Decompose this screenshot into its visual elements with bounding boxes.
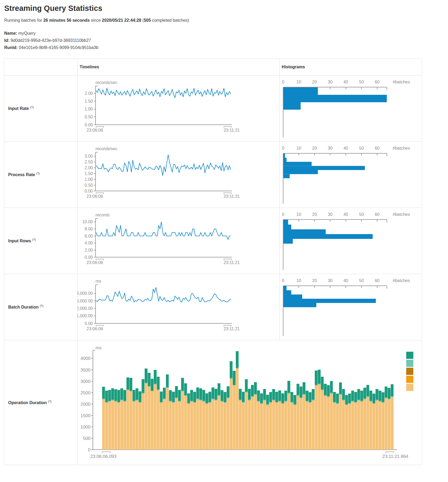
input-rows-timeline-cell: records10.008.006.004.002.000.0023:06:06… xyxy=(78,208,280,274)
svg-text:0.50: 0.50 xyxy=(85,183,93,188)
svg-text:3500: 3500 xyxy=(80,367,90,372)
query-runid-label: RunId: xyxy=(4,45,18,50)
svg-text:2.00: 2.00 xyxy=(85,91,93,96)
svg-text:1.00: 1.00 xyxy=(85,177,93,182)
help-icon[interactable]: (?) xyxy=(40,304,43,307)
summary-suffix: completed batches) xyxy=(151,18,189,23)
input-rate-timeline-chart: records/sec2.001.501.000.500.0023:06:062… xyxy=(78,75,279,141)
batch-duration-timeline-cell: ms4,000.003,000.002,000.001,000.000.0023… xyxy=(78,274,280,340)
svg-text:40: 40 xyxy=(343,212,348,217)
svg-text:50: 50 xyxy=(359,80,364,84)
batch-duration-histogram-chart: 0102030405060#batches xyxy=(280,274,422,340)
svg-text:10.00: 10.00 xyxy=(82,220,93,224)
svg-text:1.50: 1.50 xyxy=(85,99,93,103)
help-icon[interactable]: (?) xyxy=(32,238,36,241)
legend-swatch[interactable] xyxy=(406,360,413,367)
svg-text:23:06:06: 23:06:06 xyxy=(87,194,103,199)
operation-duration-chart-cell: ms4000350030002500200015001000500023:06:… xyxy=(78,340,422,465)
svg-text:23:06:06: 23:06:06 xyxy=(87,128,103,132)
svg-text:2.00: 2.00 xyxy=(85,248,93,252)
svg-text:30: 30 xyxy=(328,80,332,84)
svg-text:23:11:21: 23:11:21 xyxy=(224,260,240,265)
svg-text:20: 20 xyxy=(312,212,317,217)
query-id-line: Id: 9d0dd219-995d-423e-b97d-36931110bb27 xyxy=(4,37,448,44)
process-rate-timeline-cell: records/sec3.002.502.001.501.000.500.002… xyxy=(78,141,280,208)
svg-text:0.50: 0.50 xyxy=(85,115,93,119)
svg-text:2,000.00: 2,000.00 xyxy=(78,306,93,311)
process-rate-label-cell: Process Rate (?) xyxy=(4,141,78,208)
svg-text:30: 30 xyxy=(328,278,332,283)
metric-row-process-rate: Process Rate (?) records/sec3.002.502.00… xyxy=(4,141,422,208)
summary-batch-count: 505 xyxy=(144,18,151,23)
svg-text:23:11:21: 23:11:21 xyxy=(224,194,240,199)
batch-duration-label-cell: Batch Duration (?) xyxy=(4,274,78,340)
svg-text:8.00: 8.00 xyxy=(85,227,93,231)
svg-text:records/sec: records/sec xyxy=(96,146,117,151)
legend-swatch[interactable] xyxy=(406,352,413,359)
input-rate-histogram-cell: 0102030405060#batches xyxy=(279,75,422,141)
summary-paren: ( xyxy=(141,18,144,23)
svg-text:10: 10 xyxy=(296,146,301,150)
legend-swatch[interactable] xyxy=(406,368,413,375)
query-info: Name: myQuery Id: 9d0dd219-995d-423e-b97… xyxy=(4,30,448,51)
query-name-value: myQuery xyxy=(18,31,35,35)
svg-text:#batches: #batches xyxy=(393,278,410,283)
input-rate-timeline-cell: records/sec2.001.501.000.500.0023:06:062… xyxy=(78,75,280,141)
svg-text:2.00: 2.00 xyxy=(85,166,93,170)
svg-text:1.50: 1.50 xyxy=(85,171,93,176)
svg-text:1,000.00: 1,000.00 xyxy=(78,314,93,318)
svg-text:23:06:06: 23:06:06 xyxy=(87,260,103,265)
help-icon[interactable]: (?) xyxy=(30,106,34,109)
query-name-line: Name: myQuery xyxy=(4,30,448,37)
svg-text:30: 30 xyxy=(328,146,332,150)
metric-column-header xyxy=(4,59,78,75)
operation-duration-label: Operation Duration xyxy=(8,400,47,405)
svg-text:23:11:21: 23:11:21 xyxy=(224,128,240,132)
metric-row-batch-duration: Batch Duration (?) ms4,000.003,000.002,0… xyxy=(4,274,422,340)
svg-text:4,000.00: 4,000.00 xyxy=(78,291,93,296)
svg-text:23:06:06.093: 23:06:06.093 xyxy=(90,454,116,459)
page-title: Streaming Query Statistics xyxy=(4,4,448,13)
svg-text:23:11:21.864: 23:11:21.864 xyxy=(382,454,408,459)
timelines-header: Timelines xyxy=(78,59,280,75)
svg-text:0: 0 xyxy=(282,278,284,283)
svg-text:1.00: 1.00 xyxy=(85,107,93,111)
table-header-row: Timelines Histograms xyxy=(4,59,422,75)
svg-text:50: 50 xyxy=(359,146,364,150)
query-runid-value: 04e101e6-8bf8-4165-9099-9104c951ba3b xyxy=(19,45,98,50)
svg-text:4000: 4000 xyxy=(80,356,90,361)
svg-text:40: 40 xyxy=(343,278,348,283)
process-rate-histogram-cell: 0102030405060#batches xyxy=(279,141,422,208)
svg-text:60: 60 xyxy=(375,80,379,84)
svg-text:3.00: 3.00 xyxy=(85,154,93,158)
operation-duration-chart: ms4000350030002500200015001000500023:06:… xyxy=(78,340,422,465)
svg-text:40: 40 xyxy=(343,146,348,150)
summary-since: since xyxy=(90,18,102,23)
svg-text:6.00: 6.00 xyxy=(85,234,93,238)
legend-swatch[interactable] xyxy=(406,384,413,391)
metric-row-input-rate: Input Rate (?) records/sec2.001.501.000.… xyxy=(4,75,422,141)
svg-text:3000: 3000 xyxy=(80,379,90,384)
svg-text:23:11:21: 23:11:21 xyxy=(224,327,240,331)
svg-text:23:06:06: 23:06:06 xyxy=(87,327,103,331)
svg-text:1000: 1000 xyxy=(80,425,90,430)
svg-text:0.00: 0.00 xyxy=(85,122,93,127)
query-id-value: 9d0dd219-995d-423e-b97d-36931110bb27 xyxy=(11,38,91,43)
svg-text:2500: 2500 xyxy=(80,390,90,395)
svg-text:20: 20 xyxy=(312,146,317,150)
svg-text:2000: 2000 xyxy=(80,402,90,407)
svg-text:#batches: #batches xyxy=(393,212,410,217)
help-icon[interactable]: (?) xyxy=(48,400,51,403)
svg-text:50: 50 xyxy=(359,212,364,217)
svg-text:10: 10 xyxy=(296,80,301,84)
svg-text:0.00: 0.00 xyxy=(85,255,93,259)
legend-swatch[interactable] xyxy=(406,376,413,383)
query-id-label: Id: xyxy=(4,38,10,43)
svg-text:50: 50 xyxy=(359,278,364,283)
svg-text:0: 0 xyxy=(88,447,90,452)
svg-text:1500: 1500 xyxy=(80,413,90,418)
metric-row-operation-duration: Operation Duration (?) ms400035003000250… xyxy=(4,340,422,465)
svg-text:0.00: 0.00 xyxy=(85,189,93,193)
svg-text:#batches: #batches xyxy=(393,80,410,84)
help-icon[interactable]: (?) xyxy=(36,172,40,175)
